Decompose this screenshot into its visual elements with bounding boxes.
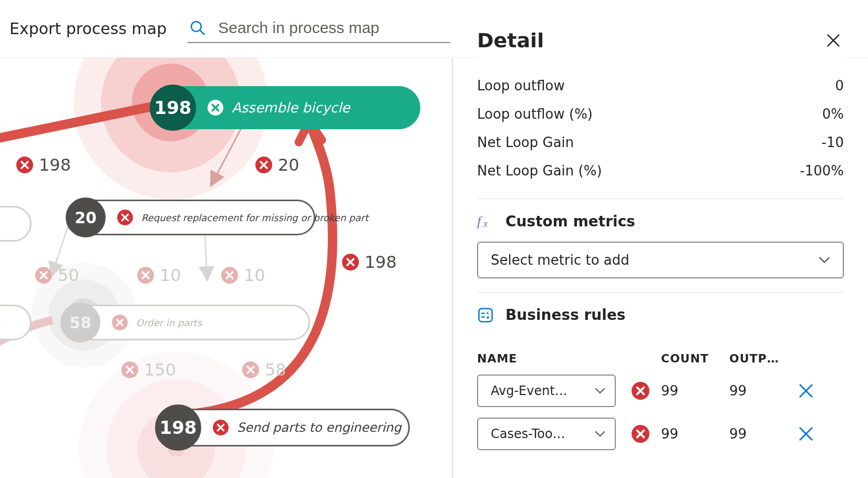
rule-name-dropdown[interactable]: Avg-Event… <box>477 375 616 407</box>
select-metric-dropdown[interactable]: Select metric to add <box>477 242 844 278</box>
error-icon <box>121 361 139 379</box>
error-icon <box>632 425 649 443</box>
node-request-replacement[interactable]: 20 Request replacement for missing or br… <box>68 200 315 235</box>
edge-label: 10 <box>137 265 181 285</box>
edge-label: 50 <box>35 265 79 285</box>
edge-label: 150 <box>121 360 176 380</box>
edge-label: 10 <box>221 265 265 285</box>
search-icon <box>190 20 205 36</box>
node-count: 198 <box>155 404 201 451</box>
error-icon <box>16 156 34 174</box>
rule-count: 99 <box>661 383 678 399</box>
error-icon <box>242 361 260 379</box>
chevron-down-icon <box>819 254 830 266</box>
error-icon <box>342 253 359 271</box>
error-icon <box>221 266 239 284</box>
node-count: 20 <box>66 198 106 237</box>
node-label: Assemble bicycle <box>232 100 350 116</box>
node-label: Request replacement for missing or broke… <box>141 212 368 223</box>
export-process-map-link[interactable]: Export process map <box>9 19 167 38</box>
business-rule-row: Avg-Event… 99 99 <box>477 375 844 407</box>
error-icon <box>255 156 273 174</box>
node-label: Order in parts <box>136 317 202 328</box>
node-tory[interactable]: tory <box>0 305 32 340</box>
business-rules-table-header: NAME COUNT OUTP… <box>477 352 844 365</box>
svg-point-3 <box>191 22 201 32</box>
chevron-down-icon <box>595 429 605 439</box>
node-assemble-bicycle[interactable]: 198 Assemble bicycle <box>152 86 420 129</box>
edge-label: 20 <box>255 155 299 175</box>
edge-label: 58 <box>242 360 286 380</box>
process-map-canvas[interactable]: arts tory 198 Assemble bicycle 20 Reques… <box>0 58 453 478</box>
stat-loop-outflow: Loop outflow 0 <box>477 71 844 100</box>
error-icon <box>208 100 223 116</box>
stat-loop-outflow-pct: Loop outflow (%) 0% <box>477 100 844 128</box>
node-label: Send parts to engineering <box>237 420 401 435</box>
search-input[interactable] <box>218 19 448 37</box>
node-parts[interactable]: arts <box>0 206 32 242</box>
delete-rule-button[interactable] <box>798 425 814 442</box>
edge-label: 198 <box>16 155 71 175</box>
rule-count: 99 <box>661 426 678 442</box>
error-icon <box>112 315 128 330</box>
error-icon <box>117 210 133 225</box>
svg-line-4 <box>200 30 204 35</box>
node-count: 58 <box>60 303 100 342</box>
business-rule-row: Cases-Too… 99 99 <box>477 418 844 450</box>
stat-net-loop-gain-pct: Net Loop Gain (%) -100% <box>477 157 844 185</box>
detail-panel: Detail Loop outflow 0 Loop outflow (%) 0… <box>453 58 868 478</box>
error-icon <box>632 382 649 400</box>
error-icon <box>137 266 154 284</box>
node-order-in-parts[interactable]: 58 Order in parts <box>63 305 310 340</box>
delete-rule-button[interactable] <box>798 382 814 399</box>
rules-icon <box>477 307 494 324</box>
rule-output: 99 <box>729 426 747 442</box>
error-icon <box>35 266 53 284</box>
fx-icon: fx <box>477 213 494 230</box>
svg-point-8 <box>487 316 489 319</box>
node-count: 198 <box>150 85 196 131</box>
edge-label: 198 <box>342 252 397 272</box>
svg-text:f: f <box>477 214 483 229</box>
rule-name-dropdown[interactable]: Cases-Too… <box>477 418 616 450</box>
close-button[interactable] <box>823 30 844 51</box>
business-rules-heading: Business rules <box>477 306 844 324</box>
search-wrap <box>188 15 450 43</box>
svg-text:x: x <box>483 219 488 229</box>
detail-title: Detail <box>477 29 544 52</box>
stat-net-loop-gain: Net Loop Gain -10 <box>477 128 844 157</box>
chevron-down-icon <box>595 386 605 396</box>
custom-metrics-heading: fx Custom metrics <box>477 213 844 230</box>
node-send-parts[interactable]: 198 Send parts to engineering <box>158 409 410 446</box>
rule-output: 99 <box>729 383 747 399</box>
error-icon <box>213 420 229 435</box>
svg-rect-7 <box>479 308 492 321</box>
